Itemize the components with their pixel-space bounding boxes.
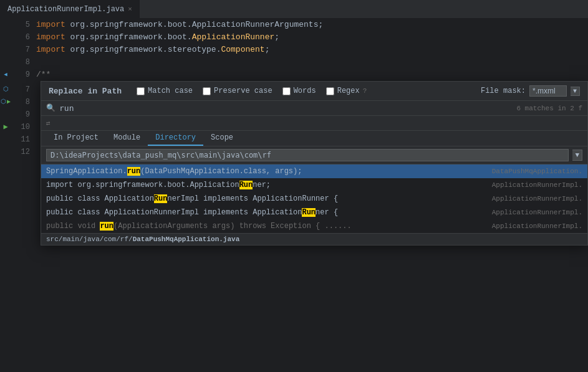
dialog-title: Replace in Path bbox=[49, 87, 122, 96]
match-count: 6 matches in 2 f bbox=[516, 105, 582, 112]
line-number: 10 bbox=[11, 121, 36, 133]
result-file: ApplicationRunnerImpl. bbox=[492, 181, 582, 189]
replace-row: ⇄ bbox=[41, 116, 587, 131]
line-number: 7 bbox=[11, 83, 36, 96]
tab-directory[interactable]: Directory bbox=[148, 131, 203, 146]
code-line: 8 bbox=[0, 56, 588, 69]
directory-row: ▼ bbox=[41, 146, 587, 165]
results-list: SpringApplication.run(DataPushMqApplicat… bbox=[41, 165, 587, 233]
code-line: ◀ 9 /** bbox=[0, 69, 588, 81]
line-number: 8 bbox=[11, 56, 36, 69]
regex-help-icon[interactable]: ? bbox=[363, 87, 367, 95]
preserve-case-checkbox[interactable]: Preserve case bbox=[203, 87, 272, 95]
result-item[interactable]: public class ApplicationRunnerImpl imple… bbox=[41, 206, 587, 219]
file-mask-section: File mask: ▼ bbox=[481, 85, 580, 97]
replace-in-path-dialog: Replace in Path Match case Preserve case… bbox=[41, 81, 588, 246]
editor-area: 5 import org.springframework.boot.Applic… bbox=[0, 19, 588, 158]
result-item[interactable]: import org.springframework.boot.Applicat… bbox=[41, 178, 587, 192]
top-code-lines: 5 import org.springframework.boot.Applic… bbox=[0, 19, 588, 81]
words-input[interactable] bbox=[282, 87, 291, 95]
file-path-prefix: src/main/java/com/rf/ bbox=[46, 236, 133, 243]
result-text: import org.springframework.boot.Applicat… bbox=[46, 181, 488, 189]
preserve-case-label: Preserve case bbox=[214, 87, 272, 95]
regex-input[interactable] bbox=[326, 87, 334, 95]
regex-checkbox[interactable]: Regex ? bbox=[326, 87, 367, 95]
file-mask-input[interactable] bbox=[529, 85, 567, 97]
tab-bar: ApplicationRunnerImpl.java × bbox=[0, 0, 588, 19]
directory-input[interactable] bbox=[46, 149, 569, 161]
replace-icon: ⇄ bbox=[46, 119, 51, 127]
replace-input[interactable] bbox=[54, 118, 582, 128]
line-gutter-icon: ⬡ bbox=[0, 83, 11, 96]
line-number: 9 bbox=[11, 69, 36, 81]
file-path-filename: DataPushMqApplication.java bbox=[133, 236, 240, 243]
result-text: SpringApplication.run(DataPushMqApplicat… bbox=[46, 167, 488, 176]
line-content bbox=[36, 56, 588, 69]
result-item[interactable]: SpringApplication.run(DataPushMqApplicat… bbox=[41, 165, 587, 178]
tab-in-project[interactable]: In Project bbox=[46, 131, 106, 146]
tab-close-icon[interactable]: × bbox=[128, 6, 132, 13]
line-number: 11 bbox=[11, 133, 36, 146]
words-checkbox[interactable]: Words bbox=[282, 87, 316, 95]
line-content: /** bbox=[36, 69, 588, 81]
search-icon: 🔍 bbox=[46, 103, 55, 113]
line-content: import org.springframework.stereotype.Co… bbox=[36, 44, 588, 56]
scope-tabs: In Project Module Directory Scope bbox=[41, 131, 587, 146]
result-item[interactable]: public void run(ApplicationArguments arg… bbox=[41, 219, 587, 233]
line-number: 5 bbox=[11, 19, 36, 31]
line-number: 9 bbox=[11, 108, 36, 121]
words-label: Words bbox=[294, 87, 316, 95]
result-file: ApplicationRunnerImpl. bbox=[492, 222, 582, 230]
line-content: import org.springframework.boot.Applicat… bbox=[36, 31, 588, 44]
code-line: 5 import org.springframework.boot.Applic… bbox=[0, 19, 588, 31]
result-item[interactable]: public class ApplicationRunnerImpl imple… bbox=[41, 192, 587, 206]
tab-scope[interactable]: Scope bbox=[203, 131, 241, 146]
line-number: 8 bbox=[11, 96, 36, 108]
tab-module[interactable]: Module bbox=[106, 131, 148, 146]
file-mask-label: File mask: bbox=[481, 87, 526, 95]
line-number: 12 bbox=[11, 146, 36, 158]
preserve-case-input[interactable] bbox=[203, 87, 211, 95]
code-line: 6 import org.springframework.boot.Applic… bbox=[0, 31, 588, 44]
result-file: ApplicationRunnerImpl. bbox=[492, 195, 582, 203]
result-text: public class ApplicationRunnerImpl imple… bbox=[46, 208, 488, 217]
directory-dropdown-icon[interactable]: ▼ bbox=[572, 150, 582, 161]
tab-filename: ApplicationRunnerImpl.java bbox=[7, 5, 124, 14]
dialog-title-bar: Replace in Path Match case Preserve case… bbox=[41, 82, 587, 101]
file-mask-dropdown-icon[interactable]: ▼ bbox=[571, 87, 580, 96]
code-line: 7 import org.springframework.stereotype.… bbox=[0, 44, 588, 56]
search-row: 🔍 6 matches in 2 f bbox=[41, 101, 587, 116]
line-gutter-icon: ⬡ ▶ bbox=[0, 96, 11, 108]
result-file: ApplicationRunnerImpl. bbox=[492, 209, 582, 216]
result-file: DataPushMqApplication. bbox=[492, 168, 582, 175]
line-gutter-icon: ◀ bbox=[0, 69, 11, 81]
line-gutter-icon: ▶ bbox=[0, 121, 11, 133]
regex-label: Regex bbox=[337, 87, 360, 95]
file-path-bar: src/main/java/com/rf/DataPushMqApplicati… bbox=[41, 233, 587, 245]
match-case-label: Match case bbox=[148, 87, 193, 95]
file-tab[interactable]: ApplicationRunnerImpl.java × bbox=[0, 0, 140, 18]
line-number: 7 bbox=[11, 44, 36, 56]
search-input[interactable] bbox=[59, 103, 513, 113]
result-text: public void run(ApplicationArguments arg… bbox=[46, 222, 488, 231]
line-number: 6 bbox=[11, 31, 36, 44]
result-text: public class ApplicationRunnerImpl imple… bbox=[46, 194, 488, 203]
match-case-input[interactable] bbox=[137, 87, 145, 95]
line-content: import org.springframework.boot.Applicat… bbox=[36, 19, 588, 31]
match-case-checkbox[interactable]: Match case bbox=[137, 87, 193, 95]
